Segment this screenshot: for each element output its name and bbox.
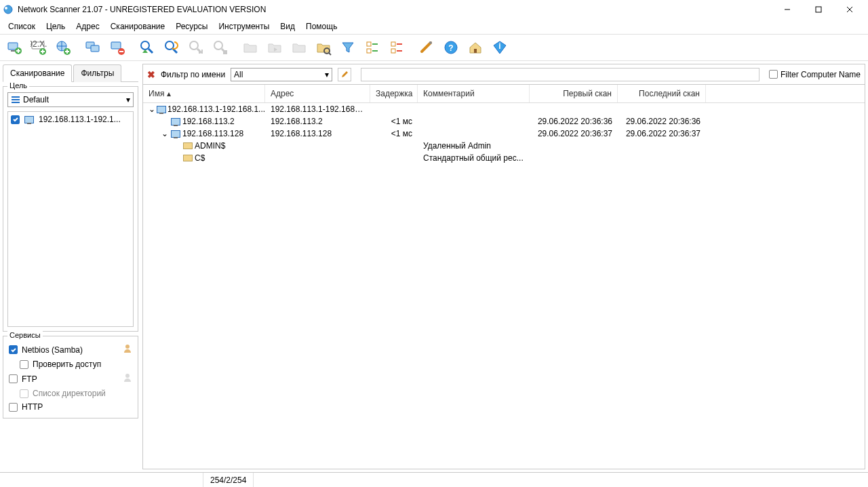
row-delay <box>370 145 418 147</box>
menu-list[interactable]: Список <box>3 20 41 33</box>
help-icon[interactable]: ? <box>439 36 462 59</box>
results-grid[interactable]: Имя ▴ Адрес Задержка Комментарий Первый … <box>143 85 865 469</box>
result-row[interactable]: 192.168.113.2192.168.113.2<1 мс29.06.202… <box>143 115 865 128</box>
maximize-button[interactable] <box>803 0 834 19</box>
collapse-all-icon[interactable] <box>385 36 408 59</box>
ftp-dirlist-label: Список директорий <box>33 389 106 398</box>
add-ip-range-icon[interactable]: 192.X.X <box>27 36 50 59</box>
services-group: Сервисы Netbios (Samba) Проверить доступ… <box>3 336 138 418</box>
add-network-icon[interactable] <box>52 36 75 59</box>
home-icon[interactable] <box>464 36 487 59</box>
menu-help[interactable]: Помощь <box>300 20 342 33</box>
computers-icon[interactable] <box>81 36 104 59</box>
row-comment: Удаленный Admin <box>418 140 530 151</box>
http-checkbox[interactable] <box>9 403 18 412</box>
folder-play-icon <box>263 36 286 59</box>
result-row[interactable]: ⌄192.168.113.128192.168.113.128<1 мс29.0… <box>143 128 865 140</box>
target-combo[interactable]: Default ▾ <box>7 92 134 107</box>
svg-point-40 <box>429 41 432 44</box>
about-icon[interactable]: i <box>488 36 511 59</box>
status-count: 254/2/254 <box>203 473 254 487</box>
col-header-first[interactable]: Первый скан <box>530 85 618 102</box>
result-row[interactable]: ADMIN$Удаленный Admin <box>143 140 865 152</box>
remove-host-icon[interactable] <box>106 36 129 59</box>
filter-computer-name-checkbox[interactable] <box>769 70 778 79</box>
chevron-down-icon: ▾ <box>126 95 130 104</box>
row-comment <box>418 133 530 134</box>
tab-filters[interactable]: Фильтры <box>73 64 121 82</box>
settings-icon[interactable] <box>415 36 438 59</box>
collapse-icon[interactable]: ⌄ <box>149 104 155 114</box>
target-list[interactable]: 192.168.113.1-192.1... <box>7 111 134 327</box>
row-first-scan <box>530 157 618 159</box>
row-delay <box>370 157 418 159</box>
ftp-label: FTP <box>22 374 37 384</box>
filter-computer-name-wrap: Filter Computer Name <box>769 70 861 79</box>
monitor-icon <box>157 104 166 114</box>
menu-address[interactable]: Адрес <box>71 20 104 33</box>
service-http: HTTP <box>7 400 134 414</box>
netbios-check-access-checkbox[interactable] <box>20 360 28 369</box>
row-first-scan: 29.06.2022 20:36:37 <box>530 128 618 139</box>
target-list-item[interactable]: 192.168.113.1-192.1... <box>9 113 132 125</box>
menu-resources[interactable]: Ресурсы <box>170 20 213 33</box>
menu-tools[interactable]: Инструменты <box>213 20 275 33</box>
collapse-icon[interactable]: ⌄ <box>161 129 169 138</box>
start-scan-icon[interactable] <box>136 36 159 59</box>
user-icon[interactable] <box>123 373 132 385</box>
minimize-button[interactable] <box>772 0 803 19</box>
row-delay: <1 мс <box>370 116 418 127</box>
row-name: 192.168.113.128 <box>182 129 243 138</box>
svg-rect-29 <box>223 50 227 54</box>
result-row[interactable]: C$Стандартный общий рес... <box>143 152 865 164</box>
col-header-name[interactable]: Имя ▴ <box>143 85 265 102</box>
filter-type-combo[interactable]: All ▾ <box>231 68 332 81</box>
svg-rect-45 <box>12 96 20 98</box>
target-item-checkbox[interactable] <box>11 115 20 124</box>
filter-input[interactable] <box>361 68 760 81</box>
svg-rect-37 <box>391 49 395 53</box>
service-netbios: Netbios (Samba) <box>7 342 134 357</box>
add-host-icon[interactable] <box>3 36 26 59</box>
svg-point-1 <box>5 7 7 9</box>
rescan-icon[interactable] <box>160 36 183 59</box>
netbios-checkbox[interactable] <box>9 345 18 354</box>
results-header: Имя ▴ Адрес Задержка Комментарий Первый … <box>143 85 865 103</box>
ftp-checkbox[interactable] <box>9 374 18 383</box>
svg-rect-16 <box>111 42 121 49</box>
clear-filter-icon[interactable]: ✖ <box>147 69 155 80</box>
row-address <box>265 157 370 159</box>
menu-target[interactable]: Цель <box>41 20 71 33</box>
expand-all-icon[interactable] <box>361 36 384 59</box>
svg-rect-3 <box>816 7 821 12</box>
svg-line-31 <box>329 53 331 55</box>
services-group-label: Сервисы <box>7 331 43 339</box>
tab-scanning[interactable]: Сканирование <box>3 64 72 82</box>
col-header-delay[interactable]: Задержка <box>370 85 418 102</box>
row-last-scan <box>618 109 706 110</box>
menu-view[interactable]: Вид <box>275 20 300 33</box>
filter-icon[interactable] <box>336 36 359 59</box>
service-netbios-check-access: Проверить доступ <box>7 357 134 371</box>
window-controls <box>772 0 865 19</box>
row-name: ADMIN$ <box>195 141 225 151</box>
edit-filter-button[interactable] <box>338 68 351 81</box>
user-icon[interactable] <box>123 344 132 355</box>
open-folder-icon <box>239 36 262 59</box>
filter-bar: ✖ Фильтр по имени All ▾ Filter Computer … <box>143 64 865 85</box>
window-title: Network Scanner 21.07 - UNREGISTERED EVA… <box>18 5 772 14</box>
netbios-check-access-label: Проверить доступ <box>33 359 101 369</box>
result-row[interactable]: ⌄192.168.113.1-192.168.1...192.168.113.1… <box>143 103 865 115</box>
col-header-address[interactable]: Адрес <box>265 85 370 102</box>
folder-search-icon[interactable] <box>312 36 335 59</box>
folder-icon <box>182 141 193 151</box>
close-button[interactable] <box>834 0 865 19</box>
filter-label: Фильтр по имени <box>161 70 225 79</box>
svg-rect-32 <box>367 42 371 46</box>
menu-scan[interactable]: Сканирование <box>105 20 170 33</box>
svg-text:192.X.X: 192.X.X <box>31 39 47 49</box>
target-group: Цель Default ▾ 192.168.113.1-192.1... <box>3 86 138 332</box>
col-header-last[interactable]: Последний скан <box>618 85 706 102</box>
col-header-comment[interactable]: Комментарий <box>418 85 530 102</box>
chevron-down-icon: ▾ <box>325 70 329 79</box>
